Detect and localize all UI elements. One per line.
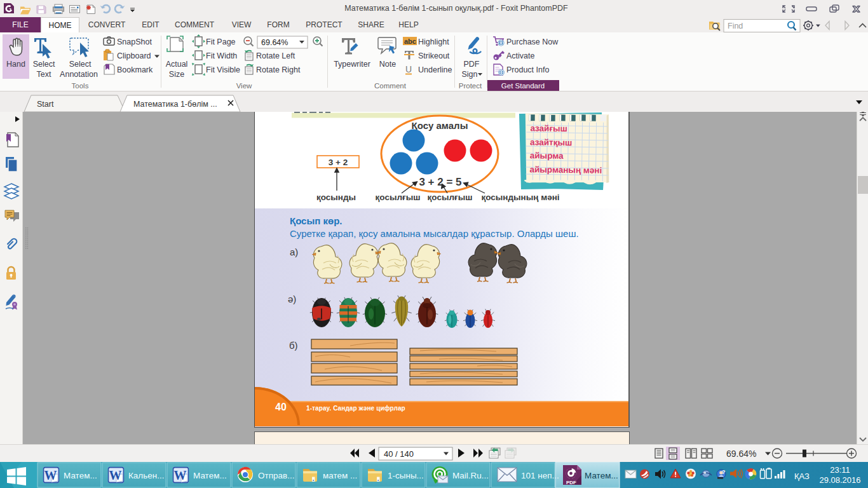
svg-text:?: ? — [722, 469, 726, 475]
svg-text:ә): ә) — [288, 294, 296, 304]
svg-text:U: U — [405, 64, 412, 74]
svg-text:1-тарау. Сандар және цифрлар: 1-тарау. Сандар және цифрлар — [306, 405, 405, 412]
svg-text:69.64%: 69.64% — [261, 38, 288, 47]
svg-text:қосылғыш: қосылғыш — [376, 193, 421, 202]
svg-text:Product Info: Product Info — [506, 65, 549, 74]
svg-text:Матем...: Матем... — [193, 471, 227, 480]
svg-text:Find: Find — [728, 22, 743, 30]
svg-text:3 + 2 = 5: 3 + 2 = 5 — [419, 176, 461, 188]
svg-text:SnapShot: SnapShot — [117, 37, 152, 46]
svg-text:Bookmark: Bookmark — [117, 65, 153, 74]
svg-text:Annotation: Annotation — [60, 70, 98, 79]
svg-text:40: 40 — [275, 402, 287, 412]
svg-text:Матем...: Матем... — [64, 471, 97, 480]
svg-text:а): а) — [290, 247, 298, 257]
svg-text:қосынды: қосынды — [316, 193, 356, 202]
svg-text:Қосып көр.: Қосып көр. — [290, 215, 342, 226]
svg-text:23:11: 23:11 — [830, 465, 850, 475]
svg-text:матем ...: матем ... — [323, 471, 357, 480]
svg-text:Size: Size — [169, 70, 184, 79]
svg-text:3 + 2: 3 + 2 — [329, 158, 348, 167]
svg-text:Note: Note — [379, 60, 396, 69]
svg-text:Actual: Actual — [166, 60, 188, 69]
svg-text:Comment: Comment — [374, 82, 407, 90]
svg-text:29.08.2016: 29.08.2016 — [819, 475, 860, 485]
svg-text:101 неп...: 101 неп... — [521, 471, 559, 480]
svg-text:Purchase Now: Purchase Now — [506, 37, 559, 46]
svg-text:abc: abc — [404, 37, 416, 45]
svg-text:Select: Select — [69, 60, 92, 69]
svg-text:Activate: Activate — [506, 51, 535, 60]
svg-text:Fit Page: Fit Page — [206, 37, 236, 46]
svg-text:қосындының мәні: қосындының мәні — [481, 193, 559, 202]
svg-text:айырманың мәні: айырманың мәні — [529, 165, 602, 175]
svg-text:Матем...: Матем... — [585, 471, 618, 480]
svg-text:Highlight: Highlight — [418, 37, 449, 46]
svg-text:Protect: Protect — [459, 82, 482, 90]
svg-text:Strikeout: Strikeout — [418, 51, 450, 60]
svg-text:Rotate Right: Rotate Right — [256, 65, 301, 74]
svg-text:Typewriter: Typewriter — [334, 60, 370, 69]
svg-text:қосылғыш: қосылғыш — [428, 193, 473, 202]
svg-text:ҚАЗ: ҚАЗ — [794, 471, 810, 481]
svg-text:Қосу амалы: Қосу амалы — [412, 120, 468, 131]
svg-text:Математика 1-бөлім ...: Математика 1-бөлім ... — [133, 100, 217, 109]
svg-text:азайғыш: азайғыш — [530, 123, 567, 133]
svg-text:Fit Visible: Fit Visible — [206, 65, 240, 74]
svg-text:Отправ...: Отправ... — [258, 471, 294, 480]
svg-text:Mail.Ru...: Mail.Ru... — [452, 471, 489, 480]
svg-text:Rotate Left: Rotate Left — [256, 51, 295, 60]
svg-text:View: View — [236, 82, 252, 90]
svg-text:Fit Width: Fit Width — [206, 51, 237, 60]
svg-text:Суретке қарап, қосу амалына мы: Суретке қарап, қосу амалына мысалдар құр… — [290, 228, 579, 239]
svg-text:Text: Text — [37, 70, 51, 79]
svg-text:1-сыны...: 1-сыны... — [388, 471, 424, 480]
svg-text:69.64%: 69.64% — [726, 449, 756, 459]
svg-text:PDF: PDF — [464, 60, 480, 69]
svg-text:Get Standard: Get Standard — [501, 82, 545, 90]
svg-text:40 / 140: 40 / 140 — [384, 449, 414, 459]
svg-text:б): б) — [289, 340, 298, 351]
svg-text:Кальен...: Кальен... — [128, 471, 165, 480]
svg-text:Start: Start — [37, 100, 54, 109]
svg-text:Underline: Underline — [418, 65, 452, 74]
svg-text:Clipboard: Clipboard — [117, 51, 151, 60]
svg-text:Sign: Sign — [461, 70, 477, 79]
svg-text:PDF: PDF — [566, 480, 576, 485]
svg-text:азайтқыш: азайтқыш — [530, 137, 572, 147]
svg-text:Tools: Tools — [72, 82, 89, 90]
svg-text:Select: Select — [33, 60, 55, 69]
svg-text:Hand: Hand — [6, 60, 25, 69]
svg-text:айырма: айырма — [530, 151, 564, 161]
